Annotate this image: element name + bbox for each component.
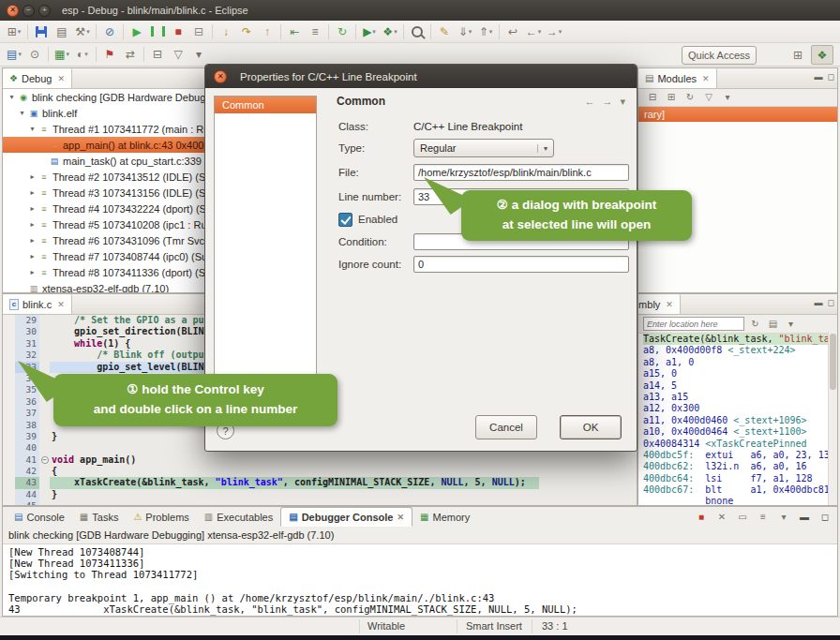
line-number[interactable]: 39 xyxy=(15,431,39,442)
instruction-stepping-button[interactable]: ≡ xyxy=(305,22,325,40)
refresh-button[interactable]: ↻ xyxy=(747,317,763,331)
line-number[interactable]: 44 xyxy=(15,489,39,500)
drop-to-frame-button[interactable]: ⇤ xyxy=(284,22,305,40)
window-close-button[interactable]: ✕ xyxy=(7,5,19,17)
type-select[interactable]: Regular ▾ xyxy=(413,139,554,157)
tree-expander-icon[interactable]: ▾ xyxy=(17,109,27,117)
next-annotation-button[interactable]: ⇓▾ xyxy=(455,22,475,40)
suspend-button[interactable] xyxy=(147,22,168,40)
scroll-lock-button[interactable]: ≡ xyxy=(755,510,772,524)
tree-expander-icon[interactable]: ▸ xyxy=(27,252,38,260)
cancel-button[interactable]: Cancel xyxy=(475,415,537,439)
annotation-ruler[interactable] xyxy=(3,396,15,408)
editor-line[interactable]: 42{ xyxy=(3,466,637,477)
ignore-count-field[interactable] xyxy=(413,256,629,273)
refresh-button[interactable]: ↻ xyxy=(682,91,698,105)
annotation-ruler[interactable] xyxy=(3,466,15,477)
file-field[interactable] xyxy=(413,164,629,181)
coverage-button[interactable]: ▦▾ xyxy=(52,46,72,64)
annotation-ruler[interactable] xyxy=(3,408,15,419)
debug-perspective-button[interactable]: ❖ xyxy=(811,45,833,65)
dialog-titlebar[interactable]: ✕ Properties for C/C++ Line Breakpoint xyxy=(205,65,637,88)
open-perspective-button[interactable]: ⊞ xyxy=(788,46,808,64)
close-icon[interactable]: ✕ xyxy=(666,300,673,309)
line-number[interactable]: 31 xyxy=(15,338,39,350)
annotation-ruler[interactable] xyxy=(3,420,15,431)
minimize-view-icon[interactable]: ▬ xyxy=(815,298,823,307)
debug-button[interactable]: ❖▾ xyxy=(380,22,400,40)
editor-line[interactable]: 44} xyxy=(3,489,637,500)
tree-expander-icon[interactable]: ▾ xyxy=(7,93,17,101)
annotation-ruler[interactable] xyxy=(3,431,15,442)
line-number[interactable]: 29 xyxy=(15,315,39,326)
scrollbar[interactable] xyxy=(828,332,837,505)
view-menu-button[interactable]: ▾ xyxy=(719,91,736,105)
new-wizard-button[interactable]: ⊞▾ xyxy=(4,22,24,40)
close-icon[interactable]: ✕ xyxy=(397,513,404,522)
step-return-button[interactable]: ↑ xyxy=(257,22,278,40)
line-number[interactable]: 30 xyxy=(15,326,39,337)
collapse-all-button[interactable]: ⊟ xyxy=(147,46,168,64)
close-icon[interactable]: ✕ xyxy=(57,74,65,83)
fold-collapse-icon[interactable]: − xyxy=(41,456,49,464)
annotation-ruler[interactable] xyxy=(3,326,15,337)
editor-line[interactable]: 45 xyxy=(3,500,637,505)
tree-expander-icon[interactable]: ▸ xyxy=(27,204,38,213)
console-output[interactable]: [New Thread 1073408744][New Thread 10734… xyxy=(3,543,837,616)
tree-expander-icon[interactable]: ▸ xyxy=(27,268,38,276)
annotation-ruler[interactable] xyxy=(3,373,15,384)
window-minimize-button[interactable]: − xyxy=(22,5,35,17)
step-over-button[interactable]: ↷ xyxy=(236,22,257,40)
category-common[interactable]: Common xyxy=(215,97,316,113)
disconnect-button[interactable]: ⊟ xyxy=(188,22,209,40)
tab-executables[interactable]: ▥Executables xyxy=(197,507,280,527)
annotation-ruler[interactable] xyxy=(3,454,15,466)
line-number[interactable]: 38 xyxy=(15,420,39,431)
ok-button[interactable]: OK xyxy=(560,415,622,439)
tab-debug[interactable]: ❖ Debug ✕ xyxy=(3,68,72,88)
editor-line[interactable]: 43 xTaskCreate(&blink_task, "blink_task"… xyxy=(3,477,637,488)
line-number[interactable]: 37 xyxy=(15,408,39,419)
modules-selected-item[interactable]: rary] xyxy=(638,107,837,122)
build-button[interactable]: ⚒▾ xyxy=(72,22,93,40)
view-menu-button[interactable]: ▾ xyxy=(188,46,209,64)
terminate-button[interactable]: ■ xyxy=(168,22,188,40)
save-button[interactable] xyxy=(31,22,52,40)
minimize-view-button[interactable]: ▬ xyxy=(796,510,813,524)
view-menu-button[interactable]: ▾ xyxy=(783,317,799,331)
dialog-close-button[interactable]: ✕ xyxy=(214,70,227,83)
annotation-ruler[interactable] xyxy=(3,500,15,505)
maximize-view-icon[interactable]: ◻ xyxy=(828,298,834,307)
skip-all-breakpoints-button[interactable]: ⊘ xyxy=(99,22,120,40)
link-with-editor-button[interactable]: ⇄ xyxy=(120,46,141,64)
tree-expander-icon[interactable]: ▾ xyxy=(27,125,38,133)
tab-blink-c[interactable]: c blink.c ✕ xyxy=(3,294,72,314)
annotation-ruler[interactable] xyxy=(3,442,15,454)
view-menu-icon[interactable]: ▾ xyxy=(620,96,625,108)
line-number[interactable]: 32 xyxy=(15,350,39,361)
step-into-button[interactable]: ↓ xyxy=(216,22,236,40)
forward-button[interactable]: →▾ xyxy=(544,22,564,40)
terminate-console-button[interactable]: ■ xyxy=(693,510,710,524)
annotation-ruler[interactable] xyxy=(3,350,15,361)
tab-memory[interactable]: ▦Memory xyxy=(412,507,477,527)
back-icon[interactable]: ← xyxy=(584,96,594,108)
bookmark-button[interactable]: ⚑ xyxy=(99,46,120,64)
annotation-ruler[interactable] xyxy=(3,338,15,350)
last-edit-location-button[interactable]: ↩ xyxy=(502,22,523,40)
remove-launch-button[interactable]: ✕ xyxy=(713,510,730,524)
print-button[interactable]: ▤ xyxy=(52,22,72,40)
tree-expander-icon[interactable]: ▸ xyxy=(27,172,38,181)
annotation-ruler[interactable] xyxy=(3,362,15,373)
window-maximize-button[interactable]: + xyxy=(38,5,51,17)
expand-all-button[interactable]: ⊞ xyxy=(663,91,680,105)
line-number[interactable]: 40 xyxy=(15,442,39,454)
annotation-ruler[interactable] xyxy=(3,384,15,395)
open-console-button[interactable]: ▤▾ xyxy=(4,46,24,64)
show-source-button[interactable]: ▤ xyxy=(765,317,781,331)
line-number[interactable]: 42 xyxy=(15,466,39,477)
resume-button[interactable]: ▶ xyxy=(127,22,147,40)
forward-icon[interactable]: → xyxy=(602,96,612,108)
tab-modules[interactable]: ▤ Modules ✕ xyxy=(638,68,717,88)
quick-access-button[interactable]: Quick Access xyxy=(682,46,757,65)
